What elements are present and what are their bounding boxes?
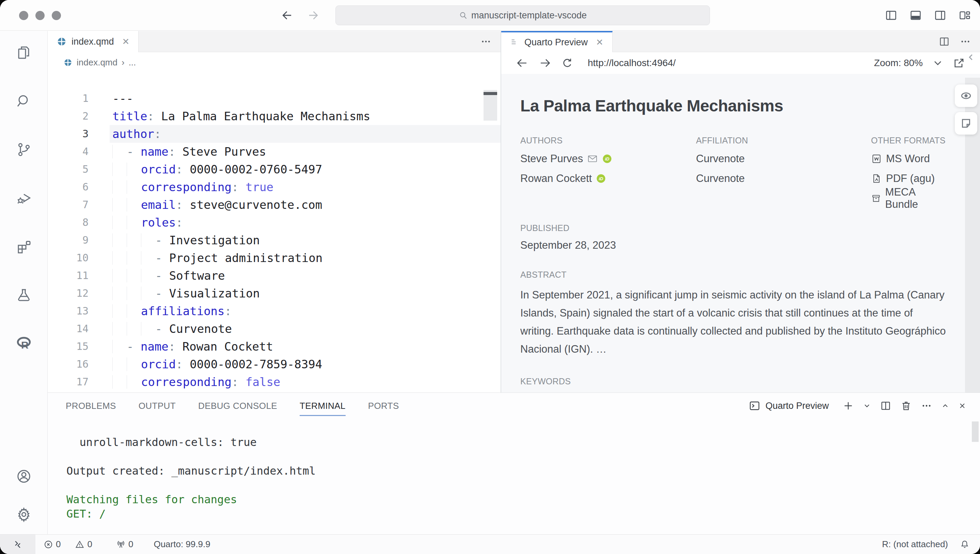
minimize-window-icon[interactable] bbox=[35, 11, 45, 20]
tab-index-qmd[interactable]: index.qmd ✕ bbox=[48, 31, 138, 52]
code-line-4[interactable]: 4 - name: Steve Purves bbox=[48, 143, 501, 160]
toggle-sidebar-right-icon[interactable] bbox=[934, 9, 947, 22]
open-external-icon[interactable] bbox=[953, 57, 965, 69]
preview-url[interactable]: http://localhost:4964/ bbox=[588, 57, 676, 69]
split-editor-icon[interactable] bbox=[939, 36, 950, 47]
format-link-ms-word[interactable]: MS Word bbox=[871, 152, 946, 165]
extensions-icon[interactable] bbox=[16, 238, 32, 254]
notifications-bell-icon[interactable] bbox=[959, 540, 970, 549]
traffic-lights[interactable] bbox=[19, 11, 61, 20]
launch-profile-chevron-icon[interactable] bbox=[863, 402, 871, 410]
toggle-sidebar-left-icon[interactable] bbox=[885, 9, 897, 22]
preview-back-icon[interactable] bbox=[516, 57, 528, 69]
preview-forward-icon[interactable] bbox=[539, 57, 551, 69]
indent-guide bbox=[112, 251, 127, 265]
format-link-meca[interactable]: MECA Bundle bbox=[871, 192, 946, 205]
orcid-icon[interactable]: iD bbox=[602, 154, 612, 164]
more-actions-icon[interactable] bbox=[959, 36, 971, 47]
zoom-level[interactable]: Zoom: 80% bbox=[874, 57, 923, 69]
settings-gear-icon[interactable] bbox=[16, 506, 32, 523]
kill-terminal-trash-icon[interactable] bbox=[900, 400, 912, 412]
code-line-12[interactable]: 12 - Visualization bbox=[48, 284, 501, 302]
code-line-17[interactable]: 17 corresponding: false bbox=[48, 373, 501, 391]
close-tab-icon[interactable]: ✕ bbox=[122, 37, 130, 47]
toggle-panel-icon[interactable] bbox=[909, 9, 922, 22]
code-line-3[interactable]: 3author: bbox=[48, 125, 501, 143]
warnings-icon[interactable] bbox=[75, 540, 84, 549]
toggle-visibility-button[interactable] bbox=[955, 85, 977, 107]
run-debug-icon[interactable] bbox=[16, 190, 32, 206]
panel-tab-problems[interactable]: PROBLEMS bbox=[66, 393, 116, 419]
breadcrumb-file[interactable]: index.qmd bbox=[76, 57, 118, 68]
code-line-6[interactable]: 6 corresponding: true bbox=[48, 178, 501, 196]
panel-tab-terminal[interactable]: TERMINAL bbox=[300, 393, 345, 419]
breadcrumb-more[interactable]: ... bbox=[129, 57, 136, 68]
notes-button[interactable] bbox=[955, 112, 977, 134]
quarto-version[interactable]: Quarto: 99.9.9 bbox=[154, 539, 210, 549]
breadcrumb[interactable]: index.qmd › ... bbox=[48, 52, 501, 73]
code-text: - Visualization bbox=[110, 284, 501, 302]
code-line-2[interactable]: 2title: La Palma Earthquake Mechanisms bbox=[48, 107, 501, 125]
r-status[interactable]: R: (not attached) bbox=[882, 539, 948, 549]
bottom-panel: PROBLEMSOUTPUTDEBUG CONSOLETERMINALPORTS… bbox=[48, 393, 980, 534]
split-terminal-icon[interactable] bbox=[880, 400, 891, 412]
more-actions-icon[interactable] bbox=[480, 36, 492, 47]
code-line-10[interactable]: 10 - Project administration bbox=[48, 249, 501, 267]
panel-tab-debug-console[interactable]: DEBUG CONSOLE bbox=[198, 393, 277, 419]
code-line-11[interactable]: 11 - Software bbox=[48, 267, 501, 284]
code-line-14[interactable]: 14 - Curvenote bbox=[48, 320, 501, 338]
panel-tab-ports[interactable]: PORTS bbox=[368, 393, 399, 419]
errors-count[interactable]: 0 bbox=[56, 539, 60, 549]
r-language-icon[interactable]: R bbox=[16, 335, 32, 351]
source-control-icon[interactable] bbox=[16, 141, 32, 158]
close-panel-icon[interactable] bbox=[958, 402, 966, 410]
code-line-13[interactable]: 13 affiliations: bbox=[48, 302, 501, 320]
zoom-window-icon[interactable] bbox=[52, 11, 61, 20]
search-icon bbox=[459, 11, 468, 20]
indent-guide bbox=[112, 216, 127, 229]
terminal-output[interactable]: unroll-markdown-cells: trueOutput create… bbox=[48, 419, 980, 521]
code-line-1[interactable]: 1--- bbox=[48, 89, 501, 107]
errors-icon[interactable] bbox=[44, 540, 53, 549]
code-line-8[interactable]: 8 roles: bbox=[48, 214, 501, 231]
close-window-icon[interactable] bbox=[19, 11, 28, 20]
ports-count[interactable]: 0 bbox=[128, 539, 133, 549]
history-forward-icon[interactable] bbox=[307, 9, 320, 22]
new-terminal-icon[interactable] bbox=[842, 400, 854, 412]
orcid-icon[interactable]: iD bbox=[596, 173, 606, 184]
code-line-15[interactable]: 15 - name: Rowan Cockett bbox=[48, 338, 501, 355]
code-line-9[interactable]: 9 - Investigation bbox=[48, 231, 501, 249]
code-line-16[interactable]: 16 orcid: 0000-0002-7859-8394 bbox=[48, 355, 501, 373]
testing-beaker-icon[interactable] bbox=[16, 287, 32, 303]
line-number: 14 bbox=[48, 320, 110, 338]
remote-indicator[interactable] bbox=[0, 535, 35, 554]
panel-more-actions-icon[interactable] bbox=[921, 400, 932, 412]
history-back-icon[interactable] bbox=[281, 9, 294, 22]
close-tab-icon[interactable]: ✕ bbox=[596, 37, 603, 48]
search-icon[interactable] bbox=[16, 93, 32, 109]
collapse-panel-chevron-icon[interactable] bbox=[966, 52, 976, 62]
maximize-panel-chevron-icon[interactable] bbox=[941, 402, 949, 410]
customize-layout-icon[interactable] bbox=[958, 9, 971, 22]
editor-scrollbar[interactable] bbox=[484, 90, 497, 121]
terminal-selector[interactable]: Quarto Preview bbox=[748, 400, 829, 412]
preview-toolbar: http://localhost:4964/ Zoom: 80% bbox=[501, 52, 980, 74]
refresh-icon[interactable] bbox=[561, 57, 573, 69]
tab-quarto-preview[interactable]: Quarto Preview ✕ bbox=[501, 31, 612, 52]
explorer-files-icon[interactable] bbox=[16, 45, 32, 61]
chevron-down-icon[interactable] bbox=[932, 57, 944, 69]
code-text: - Project administration bbox=[110, 249, 501, 267]
command-center-search[interactable]: manuscript-template-vscode bbox=[336, 5, 710, 25]
email-icon[interactable] bbox=[587, 153, 598, 164]
panel-tab-output[interactable]: OUTPUT bbox=[138, 393, 176, 419]
ports-tower-icon[interactable] bbox=[116, 540, 126, 549]
code-line-7[interactable]: 7 email: steve@curvenote.com bbox=[48, 196, 501, 214]
code-line-5[interactable]: 5 orcid: 0000-0002-0760-5497 bbox=[48, 160, 501, 178]
terminal-scrollbar[interactable] bbox=[972, 421, 978, 442]
warnings-count[interactable]: 0 bbox=[87, 539, 92, 549]
line-number: 3 bbox=[48, 125, 110, 143]
accounts-icon[interactable] bbox=[16, 468, 32, 484]
format-link-pdf[interactable]: PDF (agu) bbox=[871, 172, 946, 185]
code-editor[interactable]: 1---2title: La Palma Earthquake Mechanis… bbox=[48, 73, 501, 391]
indent-guide bbox=[127, 163, 141, 176]
